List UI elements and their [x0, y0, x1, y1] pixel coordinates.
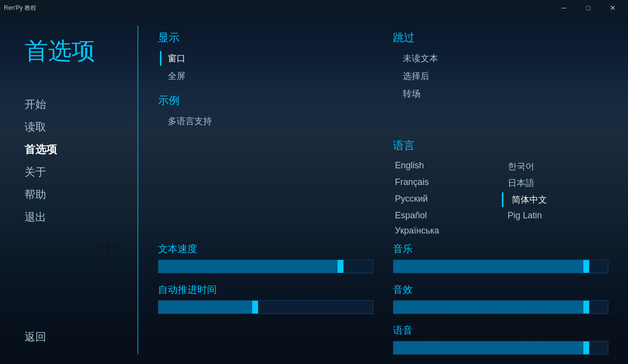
music-handle: [583, 260, 589, 273]
voice-handle: [583, 341, 589, 354]
sidebar-item-about[interactable]: 关于: [25, 164, 137, 181]
display-section-title: 显示: [158, 30, 373, 45]
auto-advance-fill: [158, 301, 255, 313]
display-section: 显示 窗口 全屏 示例 多语言支持: [158, 30, 373, 129]
skip-item-unread[interactable]: 未读文本: [395, 51, 608, 66]
language-section-placeholder: [158, 138, 373, 237]
language-grid: English 한국어 Français 日本語 Русский 简体中文 Es…: [393, 159, 608, 237]
titlebar-title: Ren'Py 教程: [4, 4, 36, 12]
lang-spanish[interactable]: Español: [393, 209, 496, 222]
text-speed-slider[interactable]: [158, 260, 373, 273]
example-section-title: 示例: [158, 93, 373, 108]
sidebar-item-load[interactable]: 读取: [25, 119, 137, 135]
close-button[interactable]: ✕: [602, 0, 624, 16]
sidebar-item-start[interactable]: 开始: [25, 96, 137, 113]
example-items: 多语言支持: [158, 114, 373, 129]
content-panel: 显示 窗口 全屏 示例 多语言支持 跳过 未读文本 选择后 转场: [138, 16, 628, 364]
auto-advance-handle: [252, 301, 258, 313]
lang-ukrainian[interactable]: Українська: [393, 224, 496, 237]
titlebar: Ren'Py 教程 ─ □ ✕: [0, 0, 628, 16]
sliders-row: 文本速度 自动推进时间 音乐: [158, 242, 608, 364]
music-label: 音乐: [393, 242, 608, 256]
skip-item-transition[interactable]: 转场: [395, 86, 608, 101]
nav-items: 开始 读取 首选项 关于 帮助 退出: [25, 96, 137, 330]
sidebar-item-help[interactable]: 帮助: [25, 186, 137, 203]
vertical-divider: [137, 26, 138, 354]
text-speed-label: 文本速度: [158, 242, 373, 256]
lang-chinese-simplified[interactable]: 简体中文: [506, 192, 609, 207]
music-fill: [393, 260, 586, 273]
sfx-slider[interactable]: [393, 300, 608, 314]
main-area: 首选项 开始 读取 首选项 关于 帮助 退出 返回 显示 窗口 全屏 示例 多语…: [0, 16, 628, 364]
voice-slider[interactable]: [393, 341, 608, 355]
auto-advance-slider[interactable]: [158, 300, 373, 314]
skip-items: 未读文本 选择后 转场: [393, 51, 608, 101]
left-sliders: 文本速度 自动推进时间: [158, 242, 373, 364]
text-speed-handle: [338, 260, 343, 273]
language-row: 语言 English 한국어 Français 日本語 Русский 简体中文…: [158, 138, 608, 237]
display-item-window[interactable]: 窗口: [160, 51, 373, 66]
auto-advance-section: 自动推进时间: [158, 283, 373, 314]
skip-item-after-choice[interactable]: 选择后: [395, 69, 608, 83]
text-speed-fill: [158, 260, 340, 273]
sidebar-item-quit[interactable]: 退出: [25, 209, 137, 226]
sfx-label: 音效: [393, 283, 608, 296]
skip-section-title: 跳过: [393, 30, 608, 45]
voice-section: 语音: [393, 324, 608, 355]
app-title: Ren'Py 教程: [4, 4, 36, 12]
auto-advance-label: 自动推进时间: [158, 283, 373, 296]
titlebar-controls: ─ □ ✕: [552, 0, 624, 16]
skip-section: 跳过 未读文本 选择后 转场: [393, 30, 608, 129]
lang-korean[interactable]: 한국어: [506, 159, 609, 174]
sfx-handle: [583, 301, 589, 313]
minimize-button[interactable]: ─: [552, 0, 575, 16]
lang-russian[interactable]: Русский: [393, 192, 496, 207]
sfx-section: 音效: [393, 283, 608, 314]
music-slider[interactable]: [393, 260, 608, 273]
text-speed-section: 文本速度: [158, 242, 373, 273]
page-title: 首选项: [25, 35, 137, 67]
language-section: 语言 English 한국어 Français 日本語 Русский 简体中文…: [393, 138, 608, 237]
lang-japanese[interactable]: 日本語: [506, 176, 609, 190]
maximize-button[interactable]: □: [577, 0, 600, 16]
display-items: 窗口 全屏: [158, 51, 373, 83]
example-item-multilang[interactable]: 多语言支持: [160, 114, 373, 129]
music-section: 音乐: [393, 242, 608, 273]
lang-french[interactable]: Français: [393, 176, 496, 190]
lang-pig-latin[interactable]: Pig Latin: [506, 209, 609, 222]
voice-label: 语音: [393, 324, 608, 337]
sidebar-item-prefs[interactable]: 首选项: [25, 141, 137, 158]
right-sliders: 音乐 音效 语音: [393, 242, 608, 364]
language-section-title: 语言: [393, 138, 608, 153]
display-item-fullscreen[interactable]: 全屏: [160, 69, 373, 83]
sfx-fill: [393, 301, 586, 313]
voice-fill: [393, 341, 586, 354]
back-button[interactable]: 返回: [25, 330, 137, 354]
lang-english[interactable]: English: [393, 159, 496, 174]
sidebar: 首选项 开始 读取 首选项 关于 帮助 退出 返回: [0, 16, 137, 364]
